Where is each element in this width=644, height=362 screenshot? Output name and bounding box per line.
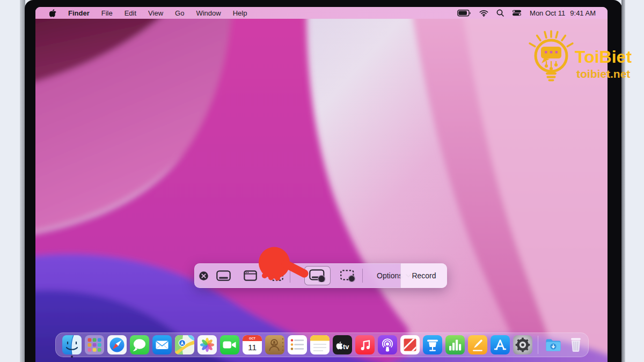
- options-label: Options: [377, 271, 402, 280]
- dock-item-notes[interactable]: [310, 335, 330, 354]
- screenshot-toolbar: Options Record: [194, 263, 447, 288]
- dock: OCT 11 tv: [55, 333, 589, 357]
- dock-item-contacts[interactable]: [265, 335, 284, 354]
- close-icon: [199, 271, 209, 281]
- mac-screen: Finder File Edit View Go Window Help: [35, 7, 608, 362]
- toibiet-watermark: ToiBiet toibiet.net: [529, 30, 641, 88]
- watermark-title: ToiBiet: [575, 47, 632, 67]
- downloads-icon: [544, 335, 563, 354]
- dock-item-appstore[interactable]: [491, 335, 510, 354]
- dock-item-pages[interactable]: [468, 335, 487, 354]
- facetime-icon: [220, 335, 239, 354]
- toolbar-separator-2: [362, 269, 363, 283]
- dock-item-downloads[interactable]: [544, 335, 563, 354]
- contacts-icon: [265, 335, 284, 354]
- dock-item-photos[interactable]: [197, 335, 217, 354]
- svg-text:tv: tv: [343, 343, 349, 351]
- dock-item-reminders[interactable]: [288, 335, 307, 354]
- dock-divider: [538, 336, 538, 354]
- dock-item-mail[interactable]: [152, 335, 172, 354]
- record-selected-portion-button[interactable]: [340, 270, 356, 282]
- dock-item-systemprefs[interactable]: [513, 335, 532, 354]
- wifi-icon[interactable]: [479, 10, 488, 17]
- numbers-icon: [445, 335, 465, 354]
- capture-window-icon: [244, 270, 257, 281]
- menu-file[interactable]: File: [101, 9, 113, 17]
- dock-item-calendar[interactable]: OCT 11: [243, 335, 262, 354]
- podcasts-icon: [378, 335, 397, 354]
- appstore-icon: [491, 335, 510, 354]
- pages-icon: [468, 335, 487, 354]
- red-pointer-arrow: [257, 246, 310, 280]
- lightbulb-icon: [536, 40, 567, 81]
- watermark-subtitle: toibiet.net: [576, 68, 630, 80]
- dock-item-news[interactable]: [400, 335, 420, 354]
- menu-bar: Finder File Edit View Go Window Help: [35, 7, 608, 19]
- running-indicator: [71, 356, 73, 358]
- systemprefs-icon: [513, 335, 532, 354]
- dock-item-safari[interactable]: [107, 335, 127, 354]
- search-icon[interactable]: [496, 9, 504, 17]
- menu-bar-status: Mon Oct 11 9:41 AM: [457, 9, 608, 17]
- clock-date: Mon Oct 11: [530, 9, 565, 17]
- record-button[interactable]: Record: [400, 263, 447, 288]
- menu-help[interactable]: Help: [233, 9, 247, 17]
- trash-icon: [566, 335, 586, 354]
- menu-finder[interactable]: Finder: [68, 9, 90, 17]
- dock-item-finder[interactable]: [62, 335, 82, 354]
- dock-item-facetime[interactable]: [220, 335, 239, 354]
- appletv-icon: tv: [333, 335, 352, 354]
- svg-text:OCT: OCT: [249, 337, 255, 340]
- dock-item-launchpad[interactable]: [85, 335, 104, 354]
- dock-item-keynote[interactable]: [423, 335, 442, 354]
- capture-entire-screen-button[interactable]: [216, 270, 231, 281]
- maps-icon: [175, 335, 194, 354]
- close-button[interactable]: [199, 271, 209, 281]
- launchpad-icon: [85, 335, 104, 354]
- record-selection-icon: [340, 270, 356, 282]
- menu-view[interactable]: View: [148, 9, 163, 17]
- menu-go[interactable]: Go: [175, 9, 184, 17]
- lightbulb-rays-icon: [530, 31, 573, 47]
- apple-logo-icon[interactable]: [49, 9, 56, 17]
- dock-item-appletv[interactable]: tv: [333, 335, 352, 354]
- news-icon: [400, 335, 420, 354]
- menu-bar-clock[interactable]: Mon Oct 11 9:41 AM: [530, 9, 596, 17]
- photos-icon: [197, 335, 217, 354]
- svg-text:11: 11: [248, 343, 257, 352]
- capture-screen-icon: [216, 270, 231, 281]
- safari-icon: [107, 335, 127, 354]
- desktop-frame: { "menu_bar": { "app_name": "Finder", "m…: [0, 0, 644, 362]
- menu-edit[interactable]: Edit: [125, 9, 136, 17]
- keynote-icon: [423, 335, 442, 354]
- finder-icon: [62, 335, 82, 354]
- mail-icon: [152, 335, 172, 354]
- reminders-icon: [288, 335, 307, 354]
- dock-item-podcasts[interactable]: [378, 335, 397, 354]
- dock-item-music[interactable]: [355, 335, 375, 354]
- menu-window[interactable]: Window: [196, 9, 221, 17]
- music-icon: [355, 335, 375, 354]
- notes-icon: [310, 335, 330, 354]
- clock-time: 9:41 AM: [570, 9, 596, 17]
- battery-icon[interactable]: [457, 10, 471, 17]
- dock-item-numbers[interactable]: [445, 335, 465, 354]
- calendar-icon: OCT 11: [243, 335, 262, 354]
- messages-icon: [130, 335, 149, 354]
- control-center-icon[interactable]: [512, 10, 522, 16]
- dock-item-trash[interactable]: [566, 335, 586, 354]
- desktop-wallpaper: [35, 19, 608, 362]
- capture-selected-window-button[interactable]: [244, 270, 257, 281]
- menu-bar-left: Finder File Edit View Go Window Help: [35, 9, 247, 17]
- record-screen-icon: [309, 269, 326, 282]
- dock-item-messages[interactable]: [130, 335, 149, 354]
- dock-item-maps[interactable]: [175, 335, 194, 354]
